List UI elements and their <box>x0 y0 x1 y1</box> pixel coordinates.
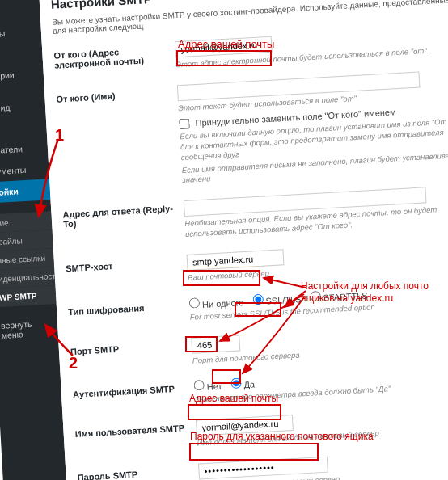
port-input[interactable] <box>191 335 240 353</box>
reply-to-label: Адрес для ответа (Reply-To) <box>62 200 185 246</box>
auth-yes-radio[interactable] <box>230 378 242 389</box>
from-email-label: От кого (Адрес электронной почты) <box>53 41 176 77</box>
username-label: Имя пользователя SMTP <box>74 420 197 456</box>
smtp-host-label: SMTP-хост <box>66 255 188 290</box>
encryption-ssl-radio[interactable] <box>252 293 264 305</box>
password-label: Пароль SMTP <box>77 464 201 480</box>
sidebar-sub-wp-smtp[interactable]: WP SMTP <box>0 285 57 307</box>
settings-panel: Настройки SMTP Вы можете узнать настройк… <box>39 0 448 480</box>
encryption-label: Тип шифрования <box>68 298 190 330</box>
auth-label: Аутентификация SMTP <box>73 381 195 412</box>
auth-no-radio[interactable] <box>193 380 205 391</box>
from-email-input[interactable] <box>175 36 273 58</box>
encryption-none-radio[interactable] <box>189 297 201 309</box>
port-label: Порт SMTP <box>70 337 193 373</box>
encryption-starttls-radio[interactable] <box>310 291 321 302</box>
collapse-menu[interactable]: вернуть меню <box>0 312 58 346</box>
username-input[interactable] <box>196 415 294 436</box>
force-from-name-checkbox[interactable] <box>179 119 190 130</box>
smtp-host-input[interactable] <box>187 249 285 271</box>
from-name-label: От кого (Имя) <box>56 85 183 193</box>
